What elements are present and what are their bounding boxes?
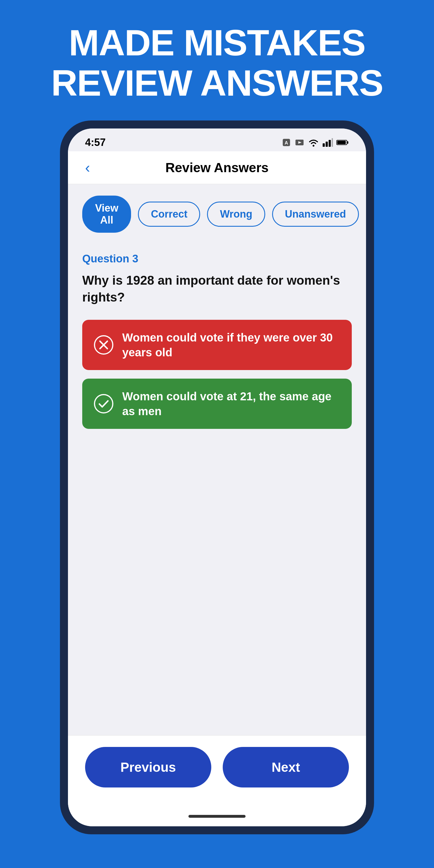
svg-rect-6 [326, 142, 328, 147]
filter-wrong[interactable]: Wrong [207, 202, 265, 227]
answer-correct-text: Women could vote at 21, the same age as … [122, 389, 340, 418]
status-icons: A [282, 137, 349, 147]
home-indicator [68, 810, 366, 826]
signal-icon [323, 137, 333, 147]
header-line1: MADE MISTAKES [51, 23, 383, 63]
page-header: MADE MISTAKES REVIEW ANSWERS [51, 23, 383, 103]
back-button[interactable]: ‹ [85, 159, 90, 176]
media-icon [294, 137, 304, 147]
svg-rect-10 [347, 141, 348, 144]
svg-text:A: A [285, 140, 288, 146]
answer-wrong: Women could vote if they were over 30 ye… [82, 320, 352, 370]
home-bar [188, 815, 246, 818]
filter-unanswered[interactable]: Unanswered [272, 202, 359, 227]
svg-point-15 [94, 395, 113, 413]
filter-correct[interactable]: Correct [138, 202, 200, 227]
phone-frame: 4:57 A [60, 121, 374, 834]
previous-button[interactable]: Previous [85, 747, 211, 787]
question-text: Why is 1928 an important date for women'… [82, 272, 352, 306]
svg-point-4 [313, 145, 314, 147]
filter-tabs: View All Correct Wrong Unanswered [68, 184, 366, 244]
bottom-nav: Previous Next [68, 735, 366, 810]
svg-rect-11 [337, 141, 346, 144]
wrong-icon [94, 335, 114, 355]
next-button[interactable]: Next [223, 747, 349, 787]
question-number: Question 3 [82, 253, 352, 265]
wifi-icon [308, 137, 319, 147]
correct-icon [94, 394, 114, 414]
header-line2: REVIEW ANSWERS [51, 63, 383, 103]
status-time: 4:57 [85, 136, 106, 149]
nav-bar: ‹ Review Answers [68, 151, 366, 184]
answer-wrong-text: Women could vote if they were over 30 ye… [122, 330, 340, 360]
battery-icon [336, 137, 349, 147]
phone-screen: 4:57 A [68, 128, 366, 826]
question-area: Question 3 Why is 1928 an important date… [68, 244, 366, 735]
nav-title: Review Answers [165, 160, 269, 175]
notification-icon: A [282, 137, 291, 147]
svg-rect-8 [332, 138, 333, 147]
status-bar: 4:57 A [68, 128, 366, 151]
svg-rect-7 [329, 140, 331, 147]
answer-correct: Women could vote at 21, the same age as … [82, 379, 352, 429]
svg-rect-5 [323, 143, 325, 147]
filter-view-all[interactable]: View All [82, 195, 131, 233]
